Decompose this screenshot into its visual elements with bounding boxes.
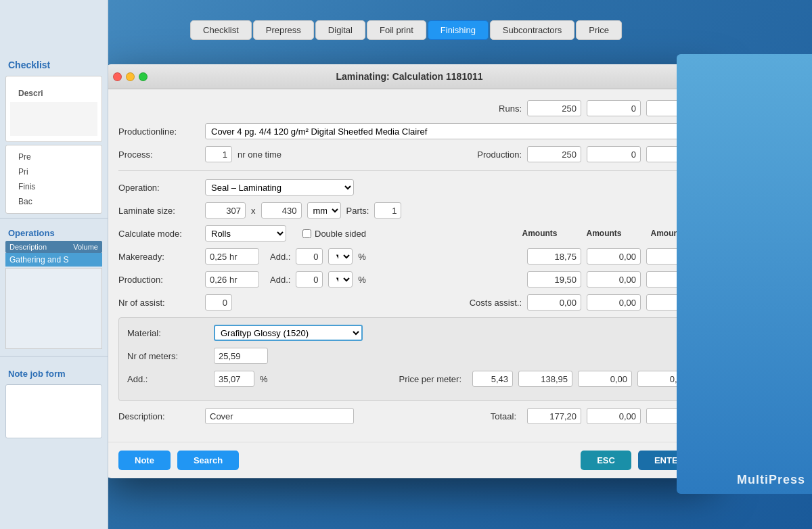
runs-input-2[interactable] [587, 100, 641, 116]
right-panel: MultiPress [677, 54, 812, 494]
calculate-mode-select[interactable]: Rolls [205, 225, 286, 242]
multipress-logo: MultiPress [737, 473, 805, 487]
ops-item-gathering[interactable]: Gathering and S [5, 253, 102, 267]
production-amount-1[interactable] [527, 271, 581, 288]
tab-foil-print[interactable]: Foil print [367, 20, 426, 40]
production-add-label: Add.: [270, 275, 290, 285]
runs-row: Runs: [118, 100, 700, 116]
runs-input-1[interactable] [527, 100, 581, 116]
double-sided-checkbox[interactable] [302, 229, 311, 238]
top-nav: Checklist Prepress Digital Foil print Fi… [190, 20, 622, 40]
search-button[interactable]: Search [177, 451, 239, 470]
material-section: Material: Grafityp Glossy (1520) Nr of m… [118, 317, 700, 401]
costs-assist-1[interactable] [527, 294, 581, 310]
productionline-row: Productionline: Cover 4 pg. 4/4 120 g/m²… [118, 123, 700, 139]
laminate-size-row: Laminate size: x mm Parts: [118, 202, 700, 218]
window-maximize-button[interactable] [139, 72, 148, 81]
sidebar-section-finishing: Finis [10, 179, 97, 194]
production-detail-row: Production: Add.: ▼ % [118, 271, 700, 288]
makeready-amount-2[interactable] [587, 248, 641, 264]
window-close-button[interactable] [113, 72, 122, 81]
process-input[interactable] [205, 146, 232, 162]
makeready-add-label: Add.: [270, 252, 290, 262]
totaal-amount-2[interactable] [587, 408, 641, 424]
tab-finishing[interactable]: Finishing [428, 20, 489, 40]
laminate-height-input[interactable] [261, 202, 302, 218]
nr-assist-label: Nr of assist: [118, 298, 200, 308]
sidebar-section-prepress: Pre [10, 150, 97, 164]
material-label: Material: [127, 328, 208, 338]
parts-input[interactable] [374, 202, 401, 218]
ops-col-volume: Volume [73, 243, 98, 251]
production-add-select[interactable]: ▼ [328, 271, 353, 288]
material-amount-1[interactable] [518, 371, 572, 387]
production-label: Production: [477, 150, 522, 160]
productionline-label: Productionline: [118, 127, 200, 137]
tab-digital[interactable]: Digital [315, 20, 365, 40]
costs-assist-2[interactable] [587, 294, 641, 310]
price-per-meter-label: Price per meter: [399, 374, 461, 384]
nr-meters-label: Nr of meters: [127, 351, 208, 361]
nr-assist-row: Nr of assist: Costs assist.: [118, 294, 700, 310]
price-per-meter-input[interactable] [472, 371, 513, 387]
makeready-label: Makeready: [118, 252, 200, 262]
material-add-label: Add.: [127, 374, 208, 384]
production-input-2[interactable] [587, 146, 641, 162]
tab-checklist[interactable]: Checklist [190, 20, 252, 40]
material-add-input[interactable] [214, 371, 254, 387]
amounts-header-2: Amounts [572, 229, 636, 238]
production-add-unit: % [358, 275, 366, 285]
operation-select[interactable]: Seal – Laminating [205, 179, 354, 196]
makeready-row: Makeready: Add.: ▼ % [118, 248, 700, 264]
totaal-label: Totaal: [491, 411, 516, 421]
production-amount-2[interactable] [587, 271, 641, 288]
nr-meters-row: Nr of meters: [127, 348, 692, 364]
modal-footer: Note Search ESC ENTER [105, 442, 714, 478]
makeready-add-input[interactable] [296, 248, 323, 264]
laminate-x: x [251, 206, 256, 216]
material-row: Material: Grafityp Glossy (1520) [127, 325, 692, 341]
production-detail-input[interactable] [205, 271, 259, 288]
operations-title: Operations [5, 225, 102, 241]
production-input-1[interactable] [527, 146, 581, 162]
material-amount-2[interactable] [578, 371, 632, 387]
section-divider-1 [118, 170, 700, 171]
double-sided-label: Double sided [315, 229, 366, 239]
parts-label: Parts: [346, 206, 369, 216]
sidebar-divider-1 [0, 218, 108, 218]
production-add-input[interactable] [296, 271, 323, 288]
material-select[interactable]: Grafityp Glossy (1520) [214, 325, 363, 341]
makeready-amount-1[interactable] [527, 248, 581, 264]
window-controls [113, 72, 148, 81]
esc-button[interactable]: ESC [581, 451, 631, 470]
costs-assist-label: Costs assist.: [470, 298, 522, 308]
modal-content: Runs: Productionline: Cover 4 pg. 4/4 12… [105, 89, 714, 442]
modal-laminating: Laminating: Calculation 1181011 Runs: Pr… [105, 64, 714, 478]
material-add-unit: % [260, 374, 268, 384]
productionline-select[interactable]: Cover 4 pg. 4/4 120 g/m² Digital Sheetfe… [205, 123, 700, 139]
calculate-mode-label: Calculate mode: [118, 229, 200, 239]
makeready-add-select[interactable]: ▼ [328, 248, 353, 264]
nr-meters-input[interactable] [214, 348, 268, 364]
modal-titlebar: Laminating: Calculation 1181011 [105, 64, 714, 89]
description-input[interactable] [205, 408, 354, 424]
tab-prepress[interactable]: Prepress [253, 20, 314, 40]
note-button[interactable]: Note [118, 451, 171, 470]
material-add-row: Add.: % Price per meter: [127, 371, 692, 387]
description-totaal-row: Description: Totaal: [118, 408, 700, 424]
sidebar-section-bk: Bac [10, 194, 97, 209]
makeready-input[interactable] [205, 248, 259, 264]
process-row: Process: nr one time Production: [118, 146, 700, 162]
tab-subcontractors[interactable]: Subcontractors [490, 20, 574, 40]
totaal-amount-1[interactable] [527, 408, 581, 424]
process-label: Process: [118, 150, 200, 160]
laminate-width-input[interactable] [205, 202, 246, 218]
tab-price[interactable]: Price [576, 20, 622, 40]
nr-assist-input[interactable] [205, 294, 232, 310]
runs-label: Runs: [499, 104, 522, 114]
sidebar-section-prepress-item: Pri [10, 164, 97, 179]
production-detail-label: Production: [118, 275, 200, 285]
laminate-unit-select[interactable]: mm [307, 202, 341, 218]
description-label: Description: [118, 411, 200, 421]
window-minimize-button[interactable] [126, 72, 135, 81]
